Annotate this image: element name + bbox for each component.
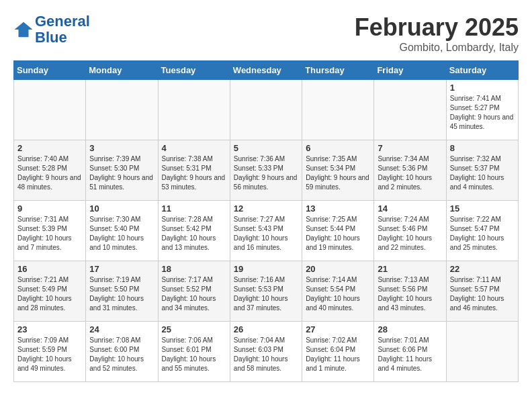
day-info: Sunrise: 7:14 AM Sunset: 5:54 PM Dayligh… xyxy=(306,276,360,312)
day-number: 22 xyxy=(450,264,515,274)
day-info: Sunrise: 7:04 AM Sunset: 6:03 PM Dayligh… xyxy=(234,336,288,372)
day-number: 28 xyxy=(378,324,442,334)
calendar-cell: 27Sunrise: 7:02 AM Sunset: 6:04 PM Dayli… xyxy=(302,322,374,382)
day-info: Sunrise: 7:02 AM Sunset: 6:04 PM Dayligh… xyxy=(306,336,360,372)
calendar-table: SundayMondayTuesdayWednesdayThursdayFrid… xyxy=(13,60,519,382)
day-info: Sunrise: 7:32 AM Sunset: 5:37 PM Dayligh… xyxy=(450,155,504,191)
calendar-cell xyxy=(14,80,86,140)
day-number: 25 xyxy=(162,324,226,334)
day-info: Sunrise: 7:35 AM Sunset: 5:34 PM Dayligh… xyxy=(306,155,369,191)
day-number: 15 xyxy=(450,203,515,214)
calendar-cell: 21Sunrise: 7:13 AM Sunset: 5:56 PM Dayli… xyxy=(374,261,446,322)
day-number: 16 xyxy=(17,264,82,274)
calendar-cell: 22Sunrise: 7:11 AM Sunset: 5:57 PM Dayli… xyxy=(446,261,518,322)
calendar-cell xyxy=(158,80,230,140)
calendar-cell: 18Sunrise: 7:17 AM Sunset: 5:52 PM Dayli… xyxy=(158,261,230,322)
calendar-cell: 25Sunrise: 7:06 AM Sunset: 6:01 PM Dayli… xyxy=(158,322,230,382)
logo-line1: General xyxy=(35,13,90,30)
calendar-cell: 4Sunrise: 7:38 AM Sunset: 5:31 PM Daylig… xyxy=(158,140,230,201)
week-row-4: 16Sunrise: 7:21 AM Sunset: 5:49 PM Dayli… xyxy=(14,261,519,322)
calendar-cell: 5Sunrise: 7:36 AM Sunset: 5:33 PM Daylig… xyxy=(230,140,302,201)
page-header: General Blue February 2025 Gombito, Lomb… xyxy=(13,13,519,54)
month-title: February 2025 xyxy=(355,13,519,42)
calendar-cell: 19Sunrise: 7:16 AM Sunset: 5:53 PM Dayli… xyxy=(230,261,302,322)
day-number: 18 xyxy=(162,264,226,274)
calendar-cell xyxy=(446,322,518,382)
day-info: Sunrise: 7:39 AM Sunset: 5:30 PM Dayligh… xyxy=(89,155,153,191)
calendar-cell xyxy=(86,80,158,140)
day-number: 24 xyxy=(89,324,154,334)
day-number: 1 xyxy=(450,83,515,93)
day-info: Sunrise: 7:13 AM Sunset: 5:56 PM Dayligh… xyxy=(378,276,432,312)
day-info: Sunrise: 7:19 AM Sunset: 5:50 PM Dayligh… xyxy=(89,276,144,312)
weekday-header-row: SundayMondayTuesdayWednesdayThursdayFrid… xyxy=(14,61,519,80)
week-row-1: 1Sunrise: 7:41 AM Sunset: 5:27 PM Daylig… xyxy=(14,80,519,140)
weekday-header-friday: Friday xyxy=(374,61,446,80)
calendar-cell: 26Sunrise: 7:04 AM Sunset: 6:03 PM Dayli… xyxy=(230,322,302,382)
day-number: 26 xyxy=(234,324,298,334)
day-number: 2 xyxy=(17,143,82,153)
calendar-cell: 2Sunrise: 7:40 AM Sunset: 5:28 PM Daylig… xyxy=(14,140,86,201)
title-block: February 2025 Gombito, Lombardy, Italy xyxy=(355,13,519,54)
day-info: Sunrise: 7:40 AM Sunset: 5:28 PM Dayligh… xyxy=(17,155,81,191)
calendar-cell xyxy=(230,80,302,140)
day-number: 12 xyxy=(234,203,298,214)
day-number: 17 xyxy=(89,264,154,274)
calendar-cell: 10Sunrise: 7:30 AM Sunset: 5:40 PM Dayli… xyxy=(86,201,158,261)
day-number: 19 xyxy=(234,264,298,274)
calendar-cell: 1Sunrise: 7:41 AM Sunset: 5:27 PM Daylig… xyxy=(446,80,518,140)
logo-text: General Blue xyxy=(35,13,90,46)
calendar-cell: 28Sunrise: 7:01 AM Sunset: 6:06 PM Dayli… xyxy=(374,322,446,382)
day-info: Sunrise: 7:01 AM Sunset: 6:06 PM Dayligh… xyxy=(378,336,432,372)
day-number: 6 xyxy=(306,143,370,153)
logo-icon xyxy=(13,19,34,40)
weekday-header-monday: Monday xyxy=(86,61,158,80)
week-row-2: 2Sunrise: 7:40 AM Sunset: 5:28 PM Daylig… xyxy=(14,140,519,201)
weekday-header-saturday: Saturday xyxy=(446,61,518,80)
week-row-3: 9Sunrise: 7:31 AM Sunset: 5:39 PM Daylig… xyxy=(14,201,519,261)
day-info: Sunrise: 7:06 AM Sunset: 6:01 PM Dayligh… xyxy=(162,336,216,372)
calendar-cell: 13Sunrise: 7:25 AM Sunset: 5:44 PM Dayli… xyxy=(302,201,374,261)
svg-marker-0 xyxy=(15,22,33,38)
day-info: Sunrise: 7:30 AM Sunset: 5:40 PM Dayligh… xyxy=(89,216,144,251)
calendar-cell: 20Sunrise: 7:14 AM Sunset: 5:54 PM Dayli… xyxy=(302,261,374,322)
day-number: 3 xyxy=(89,143,154,153)
calendar-cell: 7Sunrise: 7:34 AM Sunset: 5:36 PM Daylig… xyxy=(374,140,446,201)
calendar-cell: 12Sunrise: 7:27 AM Sunset: 5:43 PM Dayli… xyxy=(230,201,302,261)
day-number: 27 xyxy=(306,324,370,334)
day-info: Sunrise: 7:11 AM Sunset: 5:57 PM Dayligh… xyxy=(450,276,504,312)
day-number: 7 xyxy=(378,143,442,153)
day-number: 5 xyxy=(234,143,298,153)
day-number: 11 xyxy=(162,203,226,214)
logo-line2: Blue xyxy=(35,30,90,46)
day-info: Sunrise: 7:34 AM Sunset: 5:36 PM Dayligh… xyxy=(378,155,432,191)
calendar-cell xyxy=(374,80,446,140)
day-info: Sunrise: 7:17 AM Sunset: 5:52 PM Dayligh… xyxy=(162,276,216,312)
day-info: Sunrise: 7:36 AM Sunset: 5:33 PM Dayligh… xyxy=(234,155,298,191)
day-info: Sunrise: 7:27 AM Sunset: 5:43 PM Dayligh… xyxy=(234,216,288,251)
day-number: 8 xyxy=(450,143,515,153)
calendar-cell: 8Sunrise: 7:32 AM Sunset: 5:37 PM Daylig… xyxy=(446,140,518,201)
day-number: 10 xyxy=(89,203,154,214)
day-info: Sunrise: 7:22 AM Sunset: 5:47 PM Dayligh… xyxy=(450,216,504,251)
calendar-cell: 11Sunrise: 7:28 AM Sunset: 5:42 PM Dayli… xyxy=(158,201,230,261)
calendar-cell: 24Sunrise: 7:08 AM Sunset: 6:00 PM Dayli… xyxy=(86,322,158,382)
day-info: Sunrise: 7:41 AM Sunset: 5:27 PM Dayligh… xyxy=(450,95,514,130)
day-number: 14 xyxy=(378,203,442,214)
location: Gombito, Lombardy, Italy xyxy=(355,42,519,54)
weekday-header-thursday: Thursday xyxy=(302,61,374,80)
calendar-cell: 6Sunrise: 7:35 AM Sunset: 5:34 PM Daylig… xyxy=(302,140,374,201)
day-number: 13 xyxy=(306,203,370,214)
day-number: 21 xyxy=(378,264,442,274)
logo: General Blue xyxy=(13,13,90,46)
day-info: Sunrise: 7:28 AM Sunset: 5:42 PM Dayligh… xyxy=(162,216,216,251)
day-info: Sunrise: 7:38 AM Sunset: 5:31 PM Dayligh… xyxy=(162,155,226,191)
day-info: Sunrise: 7:24 AM Sunset: 5:46 PM Dayligh… xyxy=(378,216,432,251)
calendar-cell xyxy=(302,80,374,140)
calendar-cell: 16Sunrise: 7:21 AM Sunset: 5:49 PM Dayli… xyxy=(14,261,86,322)
day-info: Sunrise: 7:16 AM Sunset: 5:53 PM Dayligh… xyxy=(234,276,288,312)
calendar-cell: 15Sunrise: 7:22 AM Sunset: 5:47 PM Dayli… xyxy=(446,201,518,261)
calendar-cell: 3Sunrise: 7:39 AM Sunset: 5:30 PM Daylig… xyxy=(86,140,158,201)
day-info: Sunrise: 7:21 AM Sunset: 5:49 PM Dayligh… xyxy=(17,276,72,312)
day-info: Sunrise: 7:08 AM Sunset: 6:00 PM Dayligh… xyxy=(89,336,144,372)
